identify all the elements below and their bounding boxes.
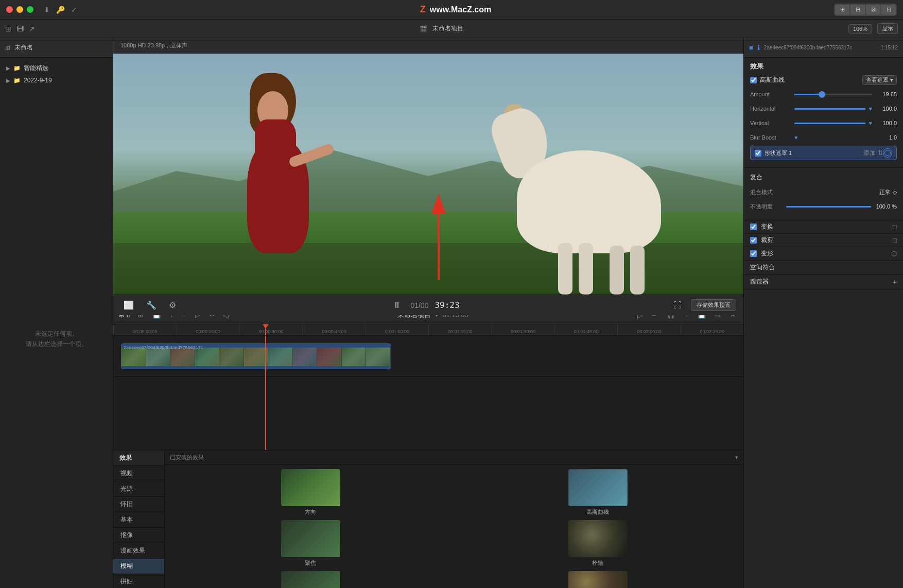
grid-icon[interactable]: ⊞ — [5, 44, 10, 51]
crop-checkbox[interactable] — [750, 237, 757, 244]
category-keying[interactable]: 抠像 — [113, 528, 164, 543]
transform-checkbox[interactable] — [750, 223, 757, 230]
effect-gaussian[interactable]: 高斯曲线 — [456, 469, 739, 516]
layout-btn-2[interactable]: ⊟ — [850, 5, 865, 15]
clip-thumb-10 — [342, 348, 367, 366]
mask-circle-btn — [883, 148, 892, 158]
horizontal-fill — [794, 108, 865, 110]
sidebar-empty-message: 未选定任何项。 请从边栏选择一个项。 — [0, 90, 113, 588]
effects-header: 效果 — [750, 62, 897, 71]
category-retro[interactable]: 怀旧 — [113, 497, 164, 512]
horizontal-slider[interactable] — [794, 108, 865, 110]
amount-slider[interactable] — [794, 94, 872, 95]
main-layout: ⊞ 未命名 ▶ 📁 智能精选 ▶ 📁 2022-9-19 未选定任何项。 请从边… — [0, 38, 903, 588]
heart-icon-3: ♥ — [794, 134, 798, 141]
close-button[interactable] — [6, 6, 13, 13]
deform-checkbox[interactable] — [750, 250, 757, 257]
category-collage[interactable]: 拼贴 — [113, 574, 164, 588]
effect-rays[interactable]: 射线 — [456, 571, 739, 588]
fullscreen-btn[interactable]: ⛶ — [670, 300, 685, 311]
amount-slider-handle[interactable] — [819, 91, 825, 98]
layout-btn-3[interactable]: ⊠ — [866, 5, 880, 15]
deform-label: 变形 — [761, 249, 891, 258]
zoom-level-btn[interactable]: 106% — [848, 24, 872, 33]
effects-sort-btn[interactable]: ▾ — [735, 454, 738, 461]
video-clip[interactable]: 2ae4eec67f094f6300b4aed77556317c — [121, 343, 391, 369]
ruler-mark-0: 00:00:00:00 — [113, 324, 176, 335]
tracker-add-icon[interactable]: + — [893, 278, 897, 286]
mask-sort-btn[interactable]: ⇅ — [878, 149, 883, 157]
blend-mode-value: 正常 ◇ — [786, 188, 897, 196]
amount-value: 19.65 — [875, 91, 897, 97]
mask-checkbox[interactable] — [755, 150, 761, 157]
effect-focus[interactable]: 聚焦 — [169, 520, 452, 567]
video-canvas[interactable] — [113, 54, 743, 295]
sidebar-empty-text: 未选定任何项。 请从边栏选择一个项。 — [26, 329, 88, 349]
effect-direction[interactable]: 方向 — [169, 469, 452, 516]
effects-grid: 方向 高斯曲线 聚焦 — [165, 465, 743, 588]
app-title: www.MacZ.com — [430, 5, 491, 14]
opacity-value: 100.0 % — [786, 203, 897, 210]
clip-thumb-5 — [219, 348, 244, 366]
transform-icon: □ — [893, 223, 897, 231]
display-btn[interactable]: 显示 — [877, 23, 898, 34]
color-icon: ■ — [749, 44, 753, 51]
grid-view-btn[interactable]: ⊞ — [5, 25, 11, 33]
effect-focus-label: 聚焦 — [305, 559, 316, 567]
sidebar-item-smart[interactable]: ▶ 📁 智能精选 — [2, 62, 111, 75]
category-video[interactable]: 视频 — [113, 466, 164, 481]
media-btn[interactable]: 🎞 — [16, 25, 24, 33]
save-preset-btn[interactable]: 存储效果预置 — [691, 299, 736, 311]
category-basic[interactable]: 基本 — [113, 512, 164, 528]
layout-btn-4[interactable]: ⊡ — [881, 5, 896, 15]
video-controls: ⬜ 🔧 ⚙ ⏸ 01/00 39:23 ⛶ 存储效果预置 — [113, 295, 743, 315]
vertical-slider[interactable] — [794, 123, 865, 124]
mask-add-btn[interactable]: 添加 — [861, 149, 878, 158]
clip-thumb-3 — [170, 348, 195, 366]
thumb-inner-focus — [281, 520, 340, 557]
tools-btn[interactable]: 🔧 — [143, 299, 160, 311]
timeline-area: 索引 ⊞ 💾 ↓ ↑ ▷ ✂ ◁ 未命名项目 ▾ 01:15:03 ▷ ↔ — [113, 306, 743, 450]
gauss-checkbox[interactable] — [750, 77, 757, 83]
check-icon[interactable]: ✓ — [71, 6, 77, 14]
clip-thumb-2 — [146, 348, 171, 366]
crop-view-btn[interactable]: ⬜ — [120, 299, 137, 311]
pause-btn[interactable]: ⏸ — [390, 300, 404, 311]
share-btn[interactable]: ↗ — [29, 25, 35, 33]
effect-gaussian-label: 高斯曲线 — [586, 508, 609, 516]
ruler-mark-3: 00:00:45:00 — [302, 324, 365, 335]
download-icon[interactable]: ⬇ — [44, 6, 50, 14]
maximize-button[interactable] — [27, 6, 33, 13]
mask-circle-inner — [884, 150, 891, 156]
ruler-marks: 00:00:00:00 00:00:15:00 00:00:30:00 00:0… — [113, 324, 743, 335]
ruler-mark-1: 00:00:15:00 — [176, 324, 239, 335]
clip-hash: 2ae4eec67f094f6300b4aed77556317c — [764, 45, 877, 50]
clip-thumb-9 — [317, 348, 342, 366]
thumb-inner-rays — [568, 571, 628, 588]
category-light[interactable]: 光源 — [113, 481, 164, 497]
horizontal-label: Horizontal — [750, 106, 791, 112]
effect-sharpen[interactable]: 锐化 — [169, 571, 452, 588]
effect-lens[interactable]: 栓镜 — [456, 520, 739, 567]
view-dropdown-btn[interactable]: 查看遮罩 ▾ — [862, 75, 897, 85]
settings-btn[interactable]: ⚙ — [166, 299, 179, 311]
project-name: 未命名项目 — [432, 24, 463, 33]
amount-label: Amount — [750, 91, 791, 97]
category-comic[interactable]: 漫画效果 — [113, 543, 164, 559]
crop-icon: □ — [893, 236, 897, 244]
playhead-indicator — [265, 324, 266, 335]
minimize-button[interactable] — [16, 6, 23, 13]
key-icon[interactable]: 🔑 — [56, 6, 65, 14]
effect-gaussian-thumb — [568, 469, 628, 506]
sidebar-item-date[interactable]: ▶ 📁 2022-9-19 — [2, 75, 111, 86]
effect-direction-label: 方向 — [305, 508, 316, 516]
titlebar-right: ⊞ ⊟ ⊠ ⊡ — [834, 4, 897, 16]
horse-leg1 — [558, 243, 572, 295]
vertical-fill — [794, 123, 865, 124]
mask-row[interactable]: 形状遮罩 1 添加 ⇅ — [750, 146, 897, 160]
category-blur[interactable]: 模糊 — [113, 559, 164, 574]
tracker-label: 跟踪器 — [750, 278, 893, 286]
layout-btn-1[interactable]: ⊞ — [835, 5, 849, 15]
composite-label: 复合 — [750, 173, 897, 182]
opacity-row: 不透明度 100.0 % — [750, 200, 897, 213]
